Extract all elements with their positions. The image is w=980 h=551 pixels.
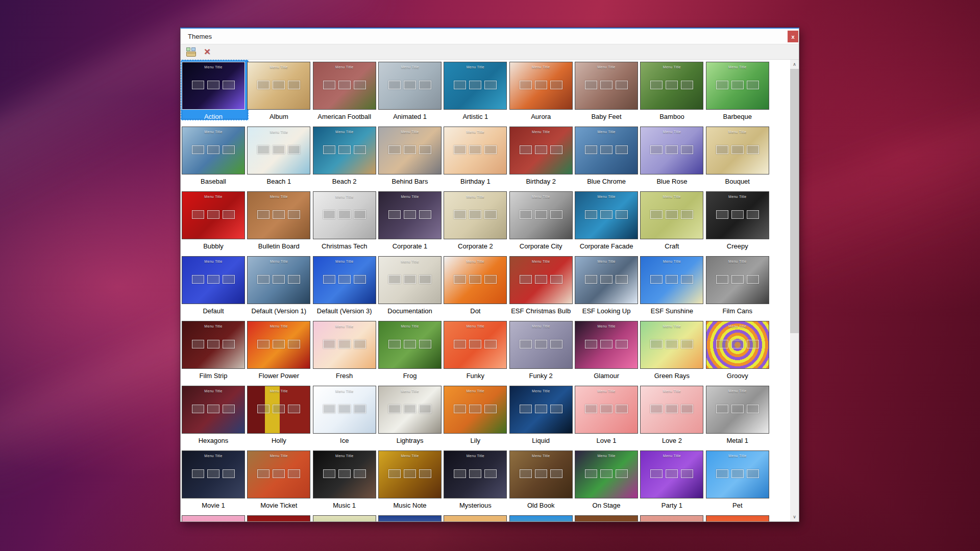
theme-tile[interactable]: Menu TitleFilm Cans [706,254,771,319]
thumb-menu-title-text: Menu Title [248,389,310,393]
theme-tile[interactable]: Menu TitleAnimated 1 [378,60,444,124]
theme-tile[interactable]: Menu TitleAurora [509,60,575,124]
theme-tile[interactable]: Menu TitleMetal 1 [706,384,771,448]
theme-tile[interactable]: Menu TitleFrog [378,319,444,384]
theme-label: Bubbly [182,242,245,250]
theme-tile[interactable]: Menu TitleDot [444,254,509,319]
theme-tile[interactable]: Menu TitleGlamour [575,319,640,384]
theme-tile[interactable]: Menu TitleESF Christmas Bulb [509,254,575,319]
thumb-menu-title-text: Menu Title [444,454,506,458]
vertical-scrollbar[interactable]: ∧ ∨ [790,60,799,521]
thumb-frame [419,275,431,284]
theme-tile[interactable]: Menu TitleFresh [313,319,378,384]
theme-tile[interactable]: Menu TitleFunky 2 [509,319,575,384]
theme-tile[interactable]: Menu TitleBulletin Board [247,189,312,254]
theme-tile-partial[interactable] [575,513,640,521]
theme-tile[interactable]: Menu TitleBouquet [706,124,771,189]
theme-tile[interactable]: Menu TitleChristmas Tech [313,189,378,254]
theme-tile[interactable]: Menu TitleFunky [444,319,509,384]
delete-theme-button[interactable]: ✕ [202,46,213,58]
theme-tile[interactable]: Menu TitleBeach 2 [313,124,378,189]
thumb-frame [484,210,497,219]
theme-tile[interactable]: Menu TitleBaseball [182,124,247,189]
theme-tile[interactable]: Menu TitleMusic 1 [313,448,378,513]
theme-tile[interactable]: Menu TitleCorporate 1 [378,189,444,254]
theme-tile[interactable]: Menu TitleParty 1 [640,448,705,513]
theme-tile-partial[interactable] [706,513,771,521]
delete-icon: ✕ [204,48,210,56]
theme-thumbnail: Menu Title [640,62,703,110]
apply-theme-button[interactable] [185,46,197,58]
scrollbar-thumb[interactable] [790,69,799,333]
theme-tile[interactable]: Menu TitleFilm Strip [182,319,247,384]
theme-tile[interactable]: Menu TitleOn Stage [575,448,640,513]
theme-tile-partial[interactable] [640,513,705,521]
thumb-menu-title-text: Menu Title [444,324,506,328]
theme-thumbnail: Menu Title [509,127,573,174]
thumb-frame [288,469,300,478]
theme-tile[interactable]: Menu TitleLily [444,384,509,448]
theme-tile[interactable]: Menu TitleHexagons [182,384,247,448]
theme-tile[interactable]: Menu TitleCorporate City [509,189,575,254]
theme-tile[interactable]: Menu TitleBehind Bars [378,124,444,189]
close-button[interactable]: x [788,31,798,42]
theme-tile[interactable]: Menu TitleBlue Chrome [575,124,640,189]
thumb-frame [484,340,497,348]
theme-tile-partial[interactable] [247,513,312,521]
theme-tile[interactable]: Menu TitleDocumentation [378,254,444,319]
theme-tile[interactable]: Menu TitleBaby Feet [575,60,640,124]
theme-tile[interactable]: Menu TitleGreen Rays [640,319,705,384]
theme-tile[interactable]: Menu TitleCreepy [706,189,771,254]
theme-tile[interactable]: Menu TitleBarbeque [706,60,771,124]
theme-tile-partial[interactable] [378,513,444,521]
theme-tile[interactable]: Menu TitleBirthday 2 [509,124,575,189]
theme-tile[interactable]: Menu TitleHolly [247,384,312,448]
theme-tile[interactable]: Menu TitleLove 1 [575,384,640,448]
theme-tile-partial[interactable] [444,513,509,521]
theme-tile[interactable]: Menu TitleLightrays [378,384,444,448]
theme-tile[interactable]: Menu TitleESF Sunshine [640,254,705,319]
theme-tile-partial[interactable] [182,513,247,521]
theme-tile[interactable]: Menu TitlePet [706,448,771,513]
theme-tile[interactable]: Menu TitleFlower Power [247,319,312,384]
theme-tile[interactable]: Menu TitleDefault (Version 3) [313,254,378,319]
thumb-frames [716,210,759,219]
theme-tile[interactable]: Menu TitleMovie Ticket [247,448,312,513]
thumb-frame [223,469,235,478]
thumb-menu-title-text: Menu Title [182,260,244,263]
scroll-down-button[interactable]: ∨ [790,512,799,521]
theme-tile[interactable]: Menu TitleLove 2 [640,384,705,448]
theme-tile[interactable]: Menu TitleOld Book [509,448,575,513]
theme-thumbnail: Menu Title [444,321,507,369]
theme-tile[interactable]: Menu TitleLiquid [509,384,575,448]
theme-tile[interactable]: Menu TitleAction [182,60,247,124]
theme-tile[interactable]: Menu TitleDefault (Version 1) [247,254,312,319]
thumb-frame [600,340,612,348]
thumb-frames [323,210,366,219]
theme-tile[interactable]: Menu TitleArtistic 1 [444,60,509,124]
dialog-titlebar[interactable]: Themes x [181,29,799,44]
theme-tile[interactable]: Menu TitleGroovy [706,319,771,384]
theme-tile[interactable]: Menu TitleMysterious [444,448,509,513]
theme-tile[interactable]: Menu TitleAlbum [247,60,312,124]
thumb-frames [716,469,759,478]
theme-tile[interactable]: Menu TitleCorporate 2 [444,189,509,254]
theme-tile[interactable]: Menu TitleCraft [640,189,705,254]
theme-tile-partial[interactable] [509,513,575,521]
scroll-up-button[interactable]: ∧ [790,60,799,68]
thumb-frame [520,405,532,413]
theme-tile[interactable]: Menu TitleDefault [182,254,247,319]
theme-tile[interactable]: Menu TitleBamboo [640,60,705,124]
theme-tile[interactable]: Menu TitleBubbly [182,189,247,254]
theme-tile[interactable]: Menu TitleMovie 1 [182,448,247,513]
theme-tile[interactable]: Menu TitleESF Looking Up [575,254,640,319]
theme-tile[interactable]: Menu TitleIce [313,384,378,448]
theme-tile[interactable]: Menu TitleCorporate Facade [575,189,640,254]
theme-tile[interactable]: Menu TitleMusic Note [378,448,444,513]
theme-tile[interactable]: Menu TitleBirthday 1 [444,124,509,189]
theme-tile[interactable]: Menu TitleBeach 1 [247,124,312,189]
thumb-menu-title-text: Menu Title [641,195,703,198]
theme-tile-partial[interactable] [313,513,378,521]
theme-tile[interactable]: Menu TitleAmerican Football [313,60,378,124]
theme-tile[interactable]: Menu TitleBlue Rose [640,124,705,189]
